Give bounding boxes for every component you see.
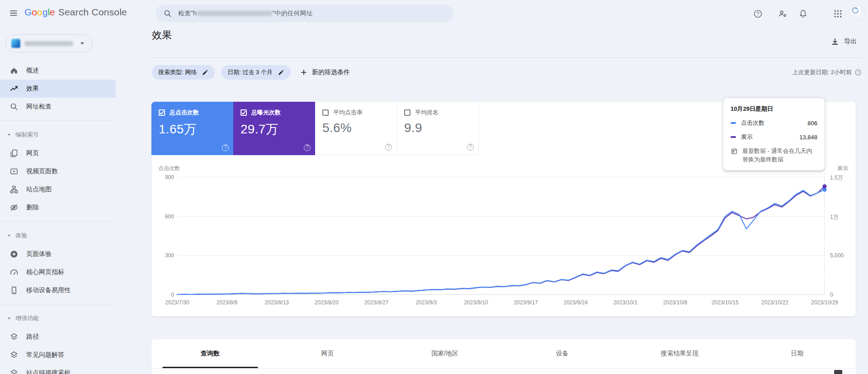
google-logo-word: Google	[24, 7, 55, 18]
filter-chip-search-type[interactable]: 搜索类型: 网络	[152, 65, 215, 80]
tooltip-series-label: 点击次数	[741, 119, 764, 127]
property-favicon	[11, 39, 20, 48]
sidebar-section-enhancements[interactable]: 增强功能	[0, 309, 116, 328]
sidebar-label: 效果	[26, 85, 39, 93]
sidebar-item-sitemaps[interactable]: 站点地图	[0, 180, 116, 199]
sidebar-section-indexing[interactable]: 编制索引	[0, 125, 116, 144]
sidebar-item-core-web-vitals[interactable]: 核心网页指标	[0, 263, 116, 281]
enhancement-icon	[9, 369, 19, 374]
line-chart[interactable]	[177, 177, 825, 295]
filters-row: 搜索类型: 网络日期: 过去 3 个月 新的筛选条件	[152, 65, 350, 80]
tooltip-rows: 点击次数806展示13,848	[731, 119, 817, 141]
sidebar-divider	[0, 120, 116, 121]
metric-help-icon[interactable]: ?	[222, 144, 229, 151]
metric-value: 9.9	[404, 121, 471, 135]
x-axis-tick: 2023/9/24	[563, 299, 587, 306]
new-filter-button[interactable]: 新的筛选条件	[300, 68, 350, 76]
sidebar-item-mobile-usability[interactable]: 移动设备易用性	[0, 281, 116, 299]
x-axis-tick: 2023/7/30	[165, 299, 189, 306]
enhancement-icon	[9, 350, 19, 360]
user-settings-button[interactable]	[774, 5, 792, 23]
metric-help-icon[interactable]: ?	[304, 144, 311, 151]
sidebar-item-sitelinks-searchbox[interactable]: 站点链接搜索框	[0, 364, 116, 374]
table-filter-icon[interactable]	[834, 370, 842, 374]
left-axis-tick: 900	[155, 174, 174, 180]
chart-tooltip: 10月29日星期日 点击次数806展示13,848 最新数据 - 通常会在几天内…	[723, 98, 825, 170]
tooltip-series-value: 13,848	[799, 134, 817, 141]
x-axis-tick: 2023/10/29	[811, 299, 838, 306]
metric-card-total-clicks[interactable]: 总点击次数1.65万?	[151, 102, 233, 155]
metric-label: 平均排名	[415, 109, 439, 117]
sidebar-item-removals[interactable]: 删除	[0, 199, 116, 217]
hamburger-menu-icon[interactable]	[9, 9, 19, 19]
sidebar-item-pages[interactable]: 网页	[0, 144, 116, 162]
sidebar-item-performance[interactable]: 效果	[0, 80, 116, 98]
svg-text:?: ?	[857, 70, 859, 75]
calendar-icon	[731, 147, 738, 164]
checked-checkbox[interactable]	[159, 109, 165, 116]
tab-countries[interactable]: 国家/地区	[386, 339, 504, 368]
unchecked-checkbox[interactable]	[404, 109, 410, 116]
apps-grid-icon	[833, 9, 843, 19]
x-axis-tick: 2023/9/3	[415, 299, 437, 306]
sidebar-item-faq[interactable]: 常见问题解答	[0, 346, 116, 364]
filter-chip-label: 搜索类型: 网络	[158, 68, 197, 76]
redacted-url	[197, 11, 273, 16]
filter-chip-date-range[interactable]: 日期: 过去 3 个月	[221, 65, 291, 80]
tab-label: 查询数	[201, 350, 220, 358]
plus-icon	[300, 68, 308, 76]
unchecked-checkbox[interactable]	[322, 109, 329, 116]
last-update-status: 上次更新日期: 2小时前 ?	[793, 68, 862, 76]
sidebar-item-overview[interactable]: 概述	[0, 62, 116, 80]
user-settings-icon	[778, 9, 788, 19]
metric-header: 平均排名	[404, 109, 471, 117]
apps-button[interactable]	[829, 5, 847, 23]
tab-dates[interactable]: 日期	[738, 339, 856, 368]
metric-card-total-impressions[interactable]: 总曝光次数29.7万?	[233, 102, 315, 155]
app-logo: Google Search Console	[24, 7, 127, 18]
home-icon	[9, 66, 19, 75]
metric-label: 平均点击率	[333, 109, 363, 117]
search-icon	[163, 9, 172, 18]
url-inspect-search-input[interactable]: 检查"h"中的任何网址	[156, 5, 453, 22]
question-icon[interactable]: ?	[854, 69, 862, 76]
help-button[interactable]: ?	[749, 5, 767, 23]
metric-card-avg-ctr[interactable]: 平均点击率5.6%?	[315, 102, 397, 155]
metric-header: 总点击次数	[159, 109, 226, 117]
metric-help-icon[interactable]: ?	[467, 144, 474, 151]
sidebar-item-page-experience[interactable]: 页面体验	[0, 245, 116, 263]
tab-label: 网页	[321, 350, 334, 358]
pencil-icon	[278, 69, 284, 76]
sidebar-label: 页面体验	[26, 250, 52, 258]
notifications-button[interactable]	[794, 5, 812, 23]
filter-chips: 搜索类型: 网络日期: 过去 3 个月	[152, 65, 291, 80]
google-logo-letter: o	[32, 7, 37, 17]
redacted-property-name	[24, 41, 73, 46]
tab-search-appearance[interactable]: 搜索结果呈现	[621, 339, 739, 368]
tab-pages[interactable]: 网页	[269, 339, 387, 368]
checked-checkbox[interactable]	[241, 109, 247, 116]
core-web-vitals-icon	[9, 268, 19, 277]
metric-help-icon[interactable]: ?	[385, 144, 392, 151]
tab-queries[interactable]: 查询数	[151, 339, 269, 368]
tab-label: 搜索结果呈现	[661, 350, 699, 358]
metric-card-avg-position[interactable]: 平均排名9.9?	[397, 102, 479, 155]
sidebar-item-url-inspection[interactable]: 网址检查	[0, 98, 116, 116]
sidebar-section-experience[interactable]: 体验	[0, 226, 116, 245]
tab-devices[interactable]: 设备	[504, 339, 621, 368]
filter-chip-label: 日期: 过去 3 个月	[227, 68, 273, 76]
left-axis-tick: 300	[155, 252, 174, 259]
sidebar-item-breadcrumbs[interactable]: 路径	[0, 328, 116, 346]
metric-header: 总曝光次数	[241, 109, 308, 117]
export-button[interactable]: 导出	[830, 37, 857, 46]
sidebar-item-video-pages[interactable]: 视频页面数	[0, 162, 116, 180]
tab-label: 设备	[556, 350, 569, 358]
sidebar-divider	[0, 304, 116, 304]
x-axis-labels: 2023/7/302023/8/62023/8/132023/8/202023/…	[177, 299, 825, 307]
enhancement-icon	[9, 332, 19, 341]
avatar[interactable]	[851, 6, 865, 20]
property-selector[interactable]	[5, 34, 92, 52]
dimension-tabs: 查询数网页国家/地区设备搜索结果呈现日期	[151, 339, 856, 369]
x-axis-tick: 2023/10/1	[613, 299, 637, 306]
metric-label: 总曝光次数	[251, 109, 281, 117]
